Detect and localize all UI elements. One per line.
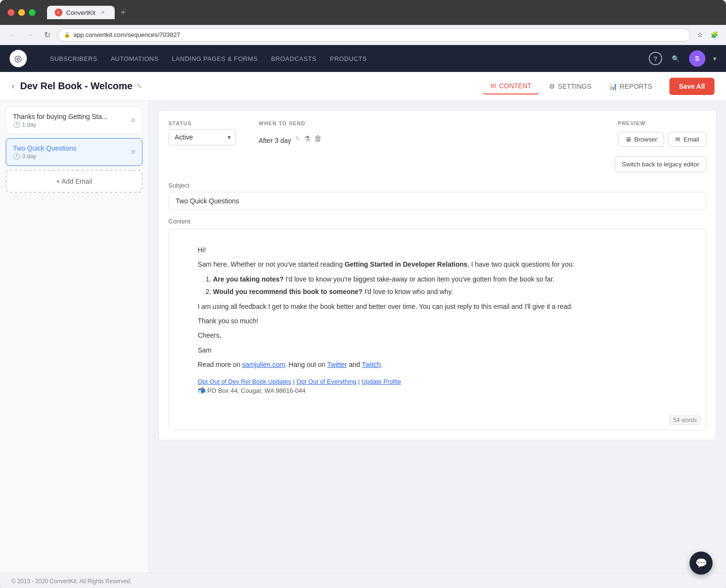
tab-title: ConvertKit bbox=[66, 9, 95, 16]
email-greeting: Hi! bbox=[198, 245, 677, 255]
opt-out-all-link[interactable]: Opt Out of Everything bbox=[297, 378, 357, 385]
tab-settings[interactable]: ⚙ SETTINGS bbox=[541, 79, 599, 94]
edit-title-icon[interactable]: ✎ bbox=[136, 82, 143, 91]
user-avatar[interactable]: S bbox=[689, 50, 705, 67]
nav-links: SUBSCRIBERS AUTOMATIONS LANDING PAGES & … bbox=[50, 55, 367, 62]
drag-handle-2[interactable]: ≡ bbox=[131, 148, 135, 156]
email-item-1-info: Thanks for buying Getting Sta... 🕐 1 day bbox=[13, 113, 131, 128]
top-action-row: Switch back to legacy editor bbox=[168, 156, 706, 178]
question-2: Would you recommend this book to someone… bbox=[213, 286, 677, 297]
nav-automations[interactable]: AUTOMATIONS bbox=[111, 55, 159, 62]
nav-subscribers[interactable]: SUBSCRIBERS bbox=[50, 55, 97, 62]
tab-content[interactable]: ✉ CONTENT bbox=[483, 78, 539, 94]
drag-handle-1[interactable]: ≡ bbox=[131, 116, 135, 125]
top-nav: ◎ SUBSCRIBERS AUTOMATIONS LANDING PAGES … bbox=[0, 45, 726, 72]
title-bar: C ConvertKit × + bbox=[0, 0, 726, 25]
subject-input[interactable] bbox=[168, 192, 706, 210]
delete-icon[interactable]: 🗑 bbox=[314, 134, 322, 143]
back-button[interactable]: ‹ bbox=[12, 81, 14, 91]
tab-bar: C ConvertKit × + bbox=[47, 6, 718, 19]
url-text: app.convertkit.com/sequences/703827 bbox=[73, 31, 180, 38]
settings-tab-icon: ⚙ bbox=[549, 82, 555, 90]
nav-landing-pages[interactable]: LANDING PAGES & FORMS bbox=[172, 55, 258, 62]
footer: © 2013 - 2020 ConvertKit. All Rights Res… bbox=[0, 573, 726, 588]
when-to-send-value: After 3 day bbox=[259, 137, 291, 144]
account-dropdown-icon[interactable]: ▾ bbox=[713, 55, 716, 62]
star-icon[interactable]: ☆ bbox=[694, 29, 706, 41]
help-button[interactable]: ? bbox=[649, 52, 662, 65]
logo[interactable]: ◎ bbox=[10, 50, 27, 67]
email-editor: STATUS Active WHEN TO SEND After 3 day bbox=[158, 110, 716, 440]
minimize-window-btn[interactable] bbox=[18, 9, 25, 16]
close-window-btn[interactable] bbox=[8, 9, 14, 16]
active-tab[interactable]: C ConvertKit × bbox=[47, 6, 115, 19]
preview-buttons: 🖥 Browser ✉ Email bbox=[618, 132, 706, 147]
tab-settings-label: SETTINGS bbox=[558, 82, 592, 90]
top-nav-right: ? 🔍 S ▾ bbox=[649, 50, 716, 67]
email-questions: Are you taking notes? I'd love to know y… bbox=[198, 274, 677, 297]
edit-when-to-send-icon[interactable]: ✎ bbox=[295, 135, 300, 142]
twitch-link[interactable]: Twitch bbox=[362, 361, 381, 368]
status-select[interactable]: Active bbox=[168, 129, 236, 145]
email-item-1-title: Thanks for buying Getting Sta... bbox=[13, 113, 109, 120]
email-body[interactable]: Hi! Sam here. Whether or not you've star… bbox=[168, 229, 706, 430]
email-item-2-title: Two Quick Questions bbox=[13, 144, 109, 152]
email-preview-btn[interactable]: ✉ Email bbox=[668, 132, 706, 147]
add-email-button[interactable]: + Add Email bbox=[6, 170, 143, 193]
samjulien-link[interactable]: samjulien.com bbox=[242, 361, 285, 368]
opt-out-devrel-link[interactable]: Opt Out of Dev Rel Book Updates bbox=[198, 378, 291, 385]
nav-broadcasts[interactable]: BROADCASTS bbox=[271, 55, 317, 62]
email-item-2-time: 🕐 3 day bbox=[13, 153, 131, 160]
email-para3: Cheers, bbox=[198, 330, 677, 341]
browser-preview-btn[interactable]: 🖥 Browser bbox=[618, 132, 665, 147]
browser-icon: 🖥 bbox=[625, 136, 631, 143]
lock-icon: 🔒 bbox=[64, 32, 71, 38]
back-btn[interactable]: ← bbox=[6, 28, 19, 42]
sidebar: Thanks for buying Getting Sta... 🕐 1 day… bbox=[0, 101, 149, 573]
tab-close-btn[interactable]: × bbox=[99, 9, 107, 16]
subject-label-text: Subject bbox=[168, 182, 706, 189]
clock-icon-2: 🕐 bbox=[13, 153, 20, 160]
maximize-window-btn[interactable] bbox=[29, 9, 36, 16]
preview-label: PREVIEW bbox=[618, 120, 706, 126]
refresh-btn[interactable]: ↻ bbox=[40, 28, 54, 42]
content-label-text: Content bbox=[168, 218, 706, 225]
email-item-1[interactable]: Thanks for buying Getting Sta... 🕐 1 day… bbox=[6, 106, 143, 134]
chat-bubble[interactable]: 💬 bbox=[690, 552, 713, 575]
update-profile-link[interactable]: Update Profile bbox=[361, 378, 401, 385]
tab-content-label: CONTENT bbox=[499, 82, 532, 90]
email-para2: Thank you so much! bbox=[198, 316, 677, 326]
email-item-2[interactable]: Two Quick Questions 🕐 3 day ≡ bbox=[6, 138, 143, 166]
reports-tab-icon: 📊 bbox=[609, 82, 617, 90]
page-header: ‹ Dev Rel Book - Welcome ✎ ✉ CONTENT ⚙ S… bbox=[0, 72, 726, 101]
nav-products[interactable]: PRODUCTS bbox=[330, 55, 367, 62]
new-tab-btn[interactable]: + bbox=[117, 6, 130, 19]
browser-window: C ConvertKit × + ← → ↻ 🔒 app.convertkit.… bbox=[0, 0, 726, 588]
twitter-link[interactable]: Twitter bbox=[327, 361, 347, 368]
email-read-more: Read more on samjulien.com. Hang out on … bbox=[198, 359, 677, 370]
clock-icon-1: 🕐 bbox=[13, 121, 20, 128]
extensions-icon[interactable]: 🧩 bbox=[709, 29, 720, 41]
url-bar[interactable]: 🔒 app.convertkit.com/sequences/703827 bbox=[58, 28, 690, 42]
email-item-2-info: Two Quick Questions 🕐 3 day bbox=[13, 144, 131, 160]
page-title: Dev Rel Book - Welcome bbox=[20, 81, 132, 92]
forward-btn[interactable]: → bbox=[23, 28, 36, 42]
preview-field: PREVIEW 🖥 Browser ✉ Email bbox=[618, 120, 706, 147]
tab-reports-label: REPORTS bbox=[620, 82, 652, 90]
status-select-wrapper: Active bbox=[168, 129, 236, 145]
email-para4: Sam bbox=[198, 345, 677, 355]
status-label: STATUS bbox=[168, 120, 236, 126]
filter-icon[interactable]: ⚗ bbox=[304, 134, 310, 143]
tab-favicon: C bbox=[55, 9, 62, 16]
save-all-button[interactable]: Save All bbox=[669, 78, 714, 95]
email-footer-links: Opt Out of Dev Rel Book Updates | Opt Ou… bbox=[198, 378, 677, 385]
email-icon: ✉ bbox=[675, 136, 680, 143]
search-icon[interactable]: 🔍 bbox=[670, 53, 681, 64]
content-tab-icon: ✉ bbox=[490, 82, 496, 90]
app-container: ◎ SUBSCRIBERS AUTOMATIONS LANDING PAGES … bbox=[0, 45, 726, 588]
content-area: STATUS Active WHEN TO SEND After 3 day bbox=[149, 101, 726, 573]
when-to-send-label: WHEN TO SEND bbox=[259, 120, 322, 126]
question-1: Are you taking notes? I'd love to know y… bbox=[213, 274, 677, 284]
legacy-editor-btn[interactable]: Switch back to legacy editor bbox=[615, 156, 706, 172]
tab-reports[interactable]: 📊 REPORTS bbox=[601, 79, 660, 94]
